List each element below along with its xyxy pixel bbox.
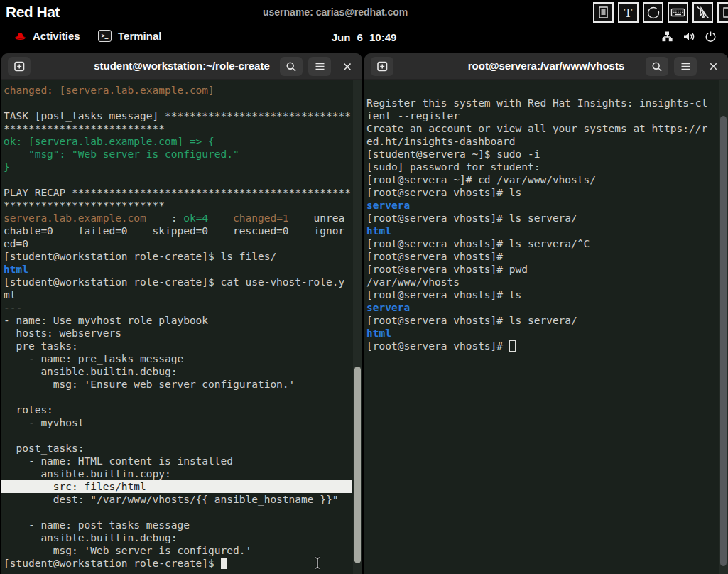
- gnome-top-bar: Activities >_ Terminal Jun 6 10:49: [0, 26, 728, 51]
- power-icon: [705, 31, 717, 43]
- terminal-line: **************************: [1, 122, 362, 135]
- terminal-line: html: [364, 224, 728, 237]
- volume-icon: [683, 31, 695, 43]
- pointer-disabled-icon[interactable]: [692, 2, 713, 23]
- search-button[interactable]: [280, 57, 303, 76]
- text-icon[interactable]: T: [618, 2, 639, 23]
- terminal-line: html: [364, 327, 728, 340]
- terminal-output-workstation[interactable]: changed: [servera.lab.example.com]TASK […: [1, 80, 362, 574]
- terminal-line: /var/www/vhosts: [364, 276, 728, 288]
- clock[interactable]: Jun 6 10:49: [0, 31, 728, 43]
- terminal-line: pre_tasks:: [1, 340, 362, 352]
- terminal-line: [student@workstation role-create]$ cat u…: [1, 276, 362, 288]
- terminal-line: [root@servera ~]# cd /var/www/vhosts/: [364, 173, 728, 186]
- terminal-line: TASK [post_tasks message] **************…: [1, 109, 362, 122]
- search-icon: [286, 61, 297, 72]
- terminal-line: Register this system with Red Hat Insigh…: [364, 97, 728, 109]
- terminal-line: ansible.builtin.copy:: [1, 467, 362, 480]
- terminal-line: chable=0 failed=0 skipped=0 rescued=0 ig…: [1, 224, 362, 237]
- search-icon: [651, 61, 663, 72]
- monitor-icon[interactable]: [717, 2, 728, 23]
- close-icon: [709, 62, 718, 71]
- terminal-line: - myvhost: [1, 416, 362, 429]
- terminal-line: roles:: [1, 404, 362, 416]
- terminal-line: [root@servera vhosts]# ls: [364, 288, 728, 301]
- terminal-line: [root@servera vhosts]# ls: [364, 186, 728, 199]
- mouse-cursor-ibeam: [313, 556, 322, 573]
- terminal-line: servera: [364, 301, 728, 314]
- terminal-line: [sudo] password for student:: [364, 161, 728, 173]
- terminal-line: [student@servera ~]$ sudo -i: [364, 148, 728, 161]
- desktop-top-bar: Red Hat username: carias@redhat.com T: [0, 0, 728, 26]
- search-button[interactable]: [646, 57, 668, 76]
- terminal-line: msg: 'Web server is configured.': [1, 544, 362, 557]
- terminal-line: [1, 173, 362, 186]
- scrollbar-right[interactable]: [719, 80, 728, 574]
- network-icon: [661, 31, 673, 43]
- terminal-cursor: [221, 558, 227, 569]
- terminal-line: ansible.builtin.debug:: [1, 531, 362, 544]
- terminal-line: - name: pre_tasks message: [1, 352, 362, 365]
- terminal-line: }: [1, 161, 362, 173]
- terminal-line: dest: "/var/www/vhosts/{{ ansible_hostna…: [1, 493, 362, 506]
- close-button[interactable]: [702, 57, 724, 76]
- close-button[interactable]: [337, 57, 358, 76]
- scrollbar-left[interactable]: [353, 80, 362, 574]
- terminal-line: ---: [1, 301, 362, 314]
- close-icon: [342, 62, 352, 72]
- circle-icon[interactable]: [643, 2, 663, 23]
- terminal-line: [root@servera vhosts]# ls servera/^C: [364, 237, 728, 250]
- console-toolbar: T: [593, 2, 728, 23]
- terminal-line: [1, 391, 362, 404]
- menu-button[interactable]: [308, 57, 331, 76]
- terminal-line: "msg": "Web server is configured.": [1, 148, 362, 161]
- terminal-line: changed: [servera.lab.example.com]: [1, 84, 362, 97]
- terminal-line: [root@servera vhosts]#: [364, 340, 728, 352]
- terminal-line: ansible.builtin.debug:: [1, 365, 362, 378]
- terminal-line: servera: [364, 199, 728, 212]
- keyboard-icon[interactable]: [668, 2, 688, 23]
- terminal-line: hosts: webservers: [1, 327, 362, 340]
- terminal-line: ed.ht/insights-dashboard: [364, 135, 728, 148]
- terminal-line: **************************: [1, 199, 362, 212]
- terminal-line: Create an account or view all your syste…: [364, 122, 728, 135]
- menu-icon: [315, 62, 325, 71]
- terminal-line: post_tasks:: [1, 442, 362, 455]
- redhat-logo: Red Hat: [6, 4, 60, 21]
- terminal-line: - name: HTML content is installed: [1, 455, 362, 467]
- terminal-line: src: files/html: [1, 480, 352, 493]
- terminal-window-servera: root@servera:/var/www/vhosts Register th…: [364, 53, 728, 574]
- terminal-line: [root@servera vhosts]# ls servera/: [364, 212, 728, 224]
- terminal-line: ed=0: [1, 237, 362, 250]
- terminal-line: ok: [servera.lab.example.com] => {: [1, 135, 362, 148]
- terminal-line: [1, 429, 362, 442]
- terminal-line: [1, 506, 362, 519]
- session-username: username: carias@redhat.com: [263, 6, 408, 18]
- terminal-output-servera[interactable]: Register this system with Red Hat Insigh…: [364, 80, 728, 574]
- terminal-line: servera.lab.example.com : ok=4 changed=1…: [1, 212, 362, 224]
- system-status-area[interactable]: [661, 31, 717, 43]
- terminal-line: [1, 97, 362, 109]
- document-icon[interactable]: [593, 2, 614, 23]
- terminal-line: [student@workstation role-create]$ ls fi…: [1, 250, 362, 263]
- terminal-line: msg: 'Ensure web server configuration.': [1, 378, 362, 391]
- terminal-line: [364, 84, 728, 97]
- terminal-line: - name: post_tasks message: [1, 519, 362, 531]
- terminal-line: ml: [1, 288, 362, 301]
- terminal-line: [root@servera vhosts]# pwd: [364, 263, 728, 276]
- terminal-line: PLAY RECAP *****************************…: [1, 186, 362, 199]
- terminal-line: [student@workstation role-create]$: [1, 557, 362, 570]
- terminal-window-workstation: student@workstation:~/role-create change…: [1, 53, 362, 574]
- terminal-line: - name: Use myvhost role playbook: [1, 314, 362, 327]
- terminal-line: ient --register: [364, 109, 728, 122]
- menu-button[interactable]: [674, 57, 697, 76]
- terminal-line: [root@servera vhosts]# ls servera/: [364, 314, 728, 327]
- scrollbar-thumb[interactable]: [354, 367, 361, 563]
- headerbar-right[interactable]: root@servera:/var/www/vhosts: [364, 53, 728, 80]
- terminal-cursor: [509, 340, 516, 352]
- terminal-line: html: [1, 263, 362, 276]
- menu-icon: [680, 62, 691, 71]
- scrollbar-thumb[interactable]: [720, 116, 727, 566]
- headerbar-left[interactable]: student@workstation:~/role-create: [1, 53, 362, 80]
- terminal-line: [root@servera vhosts]#: [364, 250, 728, 263]
